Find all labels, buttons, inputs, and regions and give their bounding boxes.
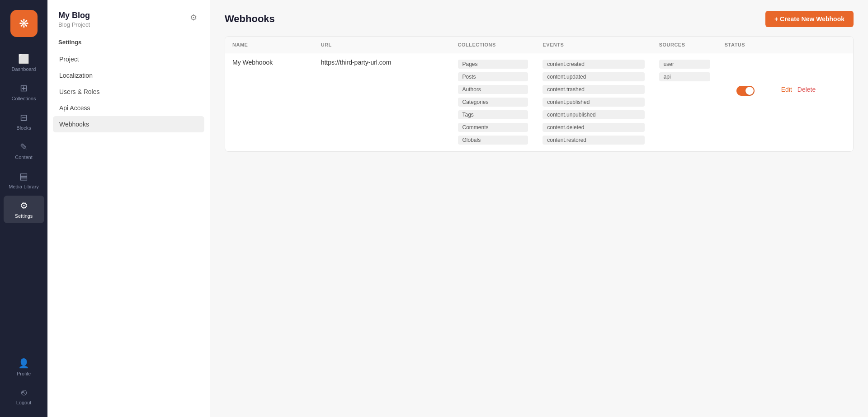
source-tag-user: user — [659, 60, 710, 69]
status-toggle[interactable] — [736, 86, 755, 96]
webhook-actions-cell: Edit Delete — [774, 53, 853, 151]
col-header-actions — [774, 37, 853, 53]
event-tag-published: content.published — [542, 98, 644, 107]
sidebar-nav: ⬜ Dashboard ⊞ Collections ⊟ Blocks ✎ Con… — [0, 45, 47, 353]
sidebar-bottom: 👤 Profile ⎋ Logout — [0, 353, 47, 417]
webhook-events: content.created content.updated content.… — [535, 53, 651, 151]
media-library-icon: ▤ — [19, 171, 28, 182]
sidebar-item-blocks[interactable]: ⊟ Blocks — [4, 108, 44, 135]
sources-list: user api — [659, 59, 710, 82]
webhook-url: https://third-party-url.com — [314, 53, 451, 151]
secondary-header: My Blog Blog Project ⚙ — [47, 0, 210, 35]
sidebar-item-label-profile: Profile — [17, 371, 31, 376]
collection-tag-authors: Authors — [458, 85, 528, 94]
source-tag-api: api — [659, 72, 710, 81]
sidebar-item-label-content: Content — [15, 155, 33, 160]
project-subtitle: Blog Project — [58, 21, 90, 28]
event-tag-restored: content.restored — [542, 136, 644, 145]
sidebar-item-label-collections: Collections — [12, 96, 36, 101]
page-title: Webhooks — [225, 13, 275, 25]
main-header: Webhooks + Create New Webhook — [210, 0, 868, 36]
collection-tag-categories: Categories — [458, 98, 528, 107]
event-tag-updated: content.updated — [542, 72, 644, 81]
event-tag-created: content.created — [542, 60, 644, 69]
create-webhook-button[interactable]: + Create New Webhook — [765, 11, 854, 27]
left-sidebar: ❋ ⬜ Dashboard ⊞ Collections ⊟ Blocks ✎ C… — [0, 0, 47, 417]
sidebar-item-label-blocks: Blocks — [16, 125, 31, 131]
table-row: My Webhoook https://third-party-url.com … — [225, 53, 853, 151]
event-tag-trashed: content.trashed — [542, 85, 644, 94]
webhook-name: My Webhoook — [225, 53, 314, 151]
webhook-sources: user api — [652, 53, 717, 151]
sidebar-item-label-settings: Settings — [15, 213, 33, 219]
col-header-sources: SOURCES — [652, 37, 717, 53]
settings-nav-users-roles[interactable]: Users & Roles — [53, 84, 204, 100]
main-content: Webhooks + Create New Webhook NAME URL C… — [210, 0, 868, 417]
settings-nav-project[interactable]: Project — [53, 51, 204, 67]
col-header-status: STATUS — [717, 37, 774, 53]
col-header-collections: COLLECTIONS — [451, 37, 536, 53]
settings-nav-webhooks[interactable]: Webhooks — [53, 116, 204, 132]
collections-list: Pages Posts Authors Categories Tags Comm… — [458, 59, 528, 145]
collection-tag-pages: Pages — [458, 60, 528, 69]
settings-icon: ⚙ — [20, 200, 28, 211]
content-icon: ✎ — [20, 141, 28, 152]
collection-tag-tags: Tags — [458, 110, 528, 119]
app-logo[interactable]: ❋ — [10, 10, 38, 37]
settings-nav: Project Localization Users & Roles Api A… — [47, 51, 210, 132]
project-name: My Blog — [58, 11, 90, 20]
webhook-status-cell — [717, 53, 774, 151]
sidebar-item-logout[interactable]: ⎋ Logout — [4, 383, 44, 410]
profile-icon: 👤 — [18, 358, 29, 369]
sidebar-item-profile[interactable]: 👤 Profile — [4, 353, 44, 381]
delete-webhook-button[interactable]: Delete — [797, 86, 816, 93]
project-gear-button[interactable]: ⚙ — [188, 11, 199, 24]
settings-section-heading: Settings — [47, 35, 210, 51]
event-tag-unpublished: content.unpublished — [542, 110, 644, 119]
sidebar-item-media-library[interactable]: ▤ Media Library — [4, 166, 44, 194]
sidebar-item-label-media-library: Media Library — [9, 184, 39, 189]
events-list: content.created content.updated content.… — [542, 59, 644, 145]
webhooks-table-container: NAME URL COLLECTIONS EVENTS SOURCES STAT… — [225, 36, 854, 152]
table-header-row: NAME URL COLLECTIONS EVENTS SOURCES STAT… — [225, 37, 853, 53]
collection-tag-globals: Globals — [458, 136, 528, 145]
toggle-container — [725, 59, 767, 96]
col-header-url: URL — [314, 37, 451, 53]
webhooks-table: NAME URL COLLECTIONS EVENTS SOURCES STAT… — [225, 37, 853, 151]
collection-tag-comments: Comments — [458, 123, 528, 132]
sidebar-item-collections[interactable]: ⊞ Collections — [4, 78, 44, 106]
col-header-events: EVENTS — [535, 37, 651, 53]
sidebar-item-dashboard[interactable]: ⬜ Dashboard — [4, 49, 44, 76]
collection-tag-posts: Posts — [458, 72, 528, 81]
settings-nav-localization[interactable]: Localization — [53, 67, 204, 84]
sidebar-item-label-logout: Logout — [16, 400, 32, 405]
secondary-sidebar: My Blog Blog Project ⚙ Settings Project … — [47, 0, 210, 417]
action-buttons: Edit Delete — [781, 59, 846, 93]
webhook-collections: Pages Posts Authors Categories Tags Comm… — [451, 53, 536, 151]
blocks-icon: ⊟ — [20, 112, 28, 123]
edit-webhook-button[interactable]: Edit — [781, 86, 792, 93]
event-tag-deleted: content.deleted — [542, 123, 644, 132]
col-header-name: NAME — [225, 37, 314, 53]
project-info: My Blog Blog Project — [58, 11, 90, 28]
sidebar-item-label-dashboard: Dashboard — [12, 66, 36, 72]
logo-icon: ❋ — [19, 17, 29, 31]
dashboard-icon: ⬜ — [18, 53, 29, 64]
sidebar-item-settings[interactable]: ⚙ Settings — [4, 196, 44, 223]
settings-nav-api-access[interactable]: Api Access — [53, 100, 204, 116]
collections-icon: ⊞ — [20, 83, 28, 94]
sidebar-item-content[interactable]: ✎ Content — [4, 137, 44, 164]
logout-icon: ⎋ — [21, 387, 27, 398]
